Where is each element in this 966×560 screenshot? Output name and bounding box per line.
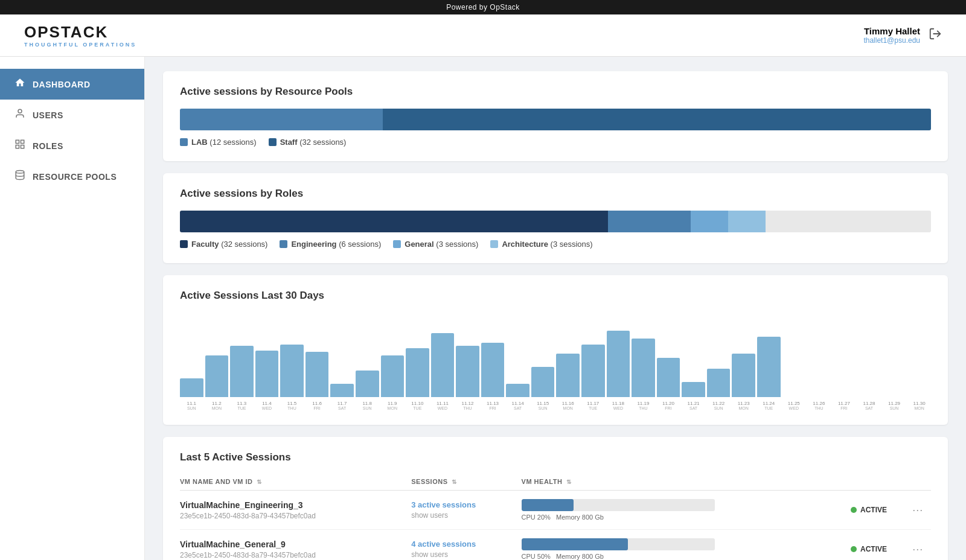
axis-col: 11.16MON — [556, 401, 580, 410]
more-button[interactable]: ··· — [912, 504, 923, 516]
col-vm: VM NAME AND VM ID ⇅ — [180, 473, 411, 491]
table-row: VirtualMachine_General_9 23e5ce1b-2450-4… — [180, 530, 931, 561]
bar-col — [406, 319, 429, 397]
sort-icon-sessions: ⇅ — [452, 479, 457, 485]
bar-rect — [757, 337, 781, 397]
roles-card: Active sessions by Roles Faculty (32 ses… — [163, 173, 948, 263]
bar-rect — [607, 331, 630, 397]
bar-rect — [180, 378, 203, 397]
axis-day: SUN — [187, 406, 196, 410]
table-row: VirtualMachine_Engineering_3 23e5ce1b-24… — [180, 491, 931, 530]
vm-name: VirtualMachine_Engineering_3 — [180, 500, 411, 510]
bar-rect — [381, 355, 405, 397]
sessions-axis: 11.1SUN11.2MON11.3TUE11.4WED11.5THU11.6F… — [180, 401, 931, 410]
bar-col — [607, 319, 630, 397]
axis-day: FRI — [489, 406, 496, 410]
axis-day: SUN — [714, 406, 723, 410]
pool-bar-segment — [180, 109, 383, 130]
bar-rect — [531, 367, 555, 397]
actions-cell: ··· — [912, 491, 931, 530]
header: OPSTACK THOUGHTFUL OPERATIONS Timmy Hall… — [0, 14, 966, 57]
bar-col — [205, 319, 229, 397]
pool-legend-item: LAB (12 sessions) — [180, 138, 257, 147]
col-sessions: SESSIONS ⇅ — [411, 473, 521, 491]
sidebar-item-resource-pools[interactable]: RESOURCE POOLS — [0, 161, 144, 192]
axis-col: 11.3TUE — [230, 401, 254, 410]
sessions-card: Active Sessions Last 30 Days 11.1SUN11.2… — [163, 275, 948, 425]
bar-col — [732, 319, 755, 397]
bar-col — [632, 319, 655, 397]
axis-date: 11.1 — [187, 401, 196, 406]
bar-col — [481, 319, 505, 397]
axis-day: SAT — [338, 406, 346, 410]
axis-col: 11.30MON — [907, 401, 931, 410]
axis-date: 11.22 — [712, 401, 724, 406]
bar-col — [883, 319, 906, 397]
sidebar-item-roles[interactable]: ROLES — [0, 130, 144, 161]
bar-col — [431, 319, 455, 397]
svg-point-6 — [16, 171, 24, 174]
axis-date: 11.29 — [888, 401, 900, 406]
axis-date: 11.10 — [411, 401, 423, 406]
status-label: ACTIVE — [860, 545, 887, 553]
axis-date: 11.12 — [461, 401, 473, 406]
bar-rect — [682, 382, 705, 397]
last-sessions-title: Last 5 Active Sessions — [180, 451, 931, 463]
bar-col — [907, 319, 931, 397]
axis-date: 11.28 — [863, 401, 875, 406]
axis-day: WED — [262, 406, 272, 410]
axis-col: 11.12THU — [456, 401, 479, 410]
axis-date: 11.9 — [388, 401, 397, 406]
logout-button[interactable] — [929, 27, 942, 43]
session-count[interactable]: 4 active sessions — [411, 539, 521, 549]
bar-col — [280, 319, 304, 397]
axis-col: 11.19THU — [632, 401, 655, 410]
axis-col: 11.26THU — [807, 401, 831, 410]
axis-date: 11.26 — [813, 401, 825, 406]
more-button[interactable]: ··· — [912, 543, 923, 555]
axis-date: 11.25 — [788, 401, 800, 406]
axis-day: TUE — [764, 406, 773, 410]
bar-rect — [556, 354, 580, 398]
col-actions — [912, 473, 931, 491]
sidebar-item-users[interactable]: USERS — [0, 100, 144, 130]
bar-rect — [456, 346, 479, 397]
banner-text: Powered by OpStack — [446, 3, 520, 11]
axis-day: THU — [463, 406, 472, 410]
axis-date: 11.2 — [212, 401, 222, 406]
axis-date: 11.14 — [512, 401, 524, 406]
bar-rect — [305, 352, 329, 397]
bar-col — [657, 319, 680, 397]
session-count[interactable]: 3 active sessions — [411, 500, 521, 509]
table-body: VirtualMachine_Engineering_3 23e5ce1b-24… — [180, 491, 931, 561]
axis-day: TUE — [589, 406, 597, 410]
bar-rect — [657, 358, 680, 397]
legend-dot — [393, 240, 401, 248]
show-users-link[interactable]: show users — [411, 550, 521, 559]
pool-legend-item: Staff (32 sessions) — [269, 138, 347, 147]
axis-col: 11.20FRI — [657, 401, 680, 410]
main-content: Active sessions by Resource Pools LAB (1… — [145, 57, 966, 560]
logo-area: OPSTACK THOUGHTFUL OPERATIONS — [24, 23, 136, 48]
user-name: Timmy Hallet — [863, 26, 920, 36]
axis-day: FRI — [840, 406, 847, 410]
axis-date: 11.15 — [537, 401, 549, 406]
axis-date: 11.6 — [312, 401, 322, 406]
show-users-link[interactable]: show users — [411, 511, 521, 520]
sidebar-item-dashboard[interactable]: DASHBOARD — [0, 69, 144, 100]
users-icon — [14, 108, 25, 122]
axis-day: WED — [438, 406, 447, 410]
axis-day: THU — [639, 406, 647, 410]
legend-dot — [490, 240, 498, 248]
axis-day: MON — [914, 406, 924, 410]
bar-rect — [406, 348, 429, 397]
axis-date: 11.23 — [738, 401, 750, 406]
svg-rect-2 — [16, 140, 19, 143]
axis-col: 11.9MON — [381, 401, 405, 410]
bar-col — [757, 319, 781, 397]
bar-rect — [230, 346, 254, 397]
bar-col — [833, 319, 856, 397]
axis-col: 11.5THU — [280, 401, 304, 410]
sidebar: DASHBOARD USERS ROLES RESOURCE POOLS — [0, 57, 145, 560]
vm-id: 23e5ce1b-2450-483d-8a79-43457befc0ad — [180, 551, 411, 559]
